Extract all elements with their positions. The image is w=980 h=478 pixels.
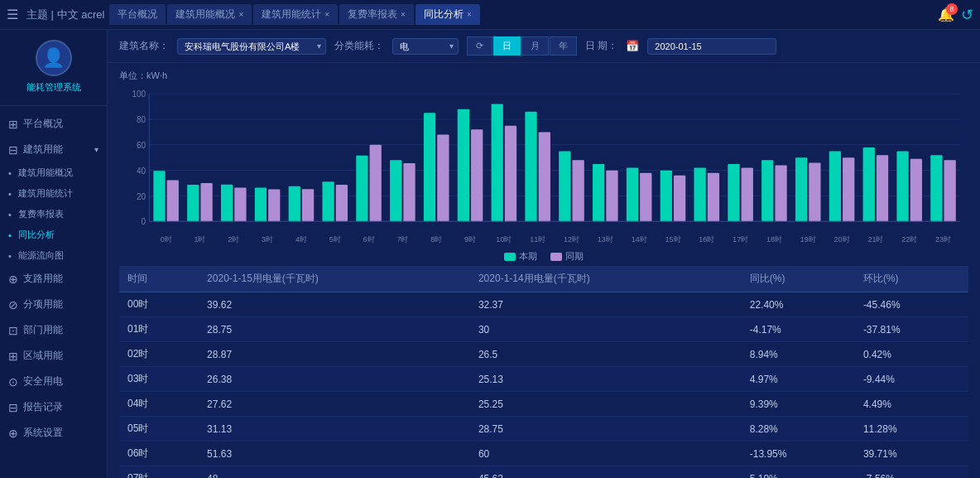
refresh-icon[interactable]: ↺ [961, 6, 973, 24]
svg-rect-48 [559, 152, 570, 222]
table-cell: 30 [470, 317, 742, 342]
sidebar-item[interactable]: ⊙安全用电 [0, 369, 107, 394]
sidebar-sub-item[interactable]: 同比分析 [0, 225, 107, 245]
sidebar-icon: ⊙ [8, 375, 18, 389]
close-tab-icon[interactable]: × [467, 10, 472, 19]
chart-unit: 单位：kW·h [119, 70, 968, 82]
table-row: 04时27.6225.259.39%4.49% [119, 392, 968, 417]
svg-rect-54 [627, 168, 638, 222]
topbar-icons: 🔔 8 ↺ [938, 6, 973, 24]
svg-rect-27 [322, 181, 334, 221]
sidebar-item[interactable]: ⊕支路用能 [0, 266, 107, 292]
svg-text:60: 60 [137, 141, 147, 150]
table-row: 05时31.1328.758.28%11.28% [119, 417, 968, 442]
svg-rect-36 [424, 113, 435, 221]
table-row: 00时39.6232.3722.40%-45.46% [119, 292, 968, 317]
category-select[interactable]: 电 [392, 38, 459, 55]
table-cell: 60 [470, 442, 742, 466]
table-cell: 27.62 [199, 392, 470, 417]
svg-rect-76 [877, 155, 888, 221]
table-cell: 01时 [119, 317, 199, 342]
building-select-wrap: 安科瑞电气股份有限公司A楼 [177, 38, 326, 55]
svg-rect-79 [910, 159, 922, 221]
table-section[interactable]: 时间2020-1-15用电量(千瓦时)2020-1-14用电量(千瓦时)同比(%… [108, 266, 980, 478]
close-tab-icon[interactable]: × [401, 10, 406, 19]
time-period-button[interactable]: 日 [493, 36, 521, 56]
table-cell: 25.25 [470, 392, 742, 417]
svg-rect-16 [200, 183, 212, 221]
topbar-tab[interactable]: 建筑用能统计× [253, 4, 338, 25]
legend-color [504, 253, 516, 261]
date-input[interactable] [647, 38, 776, 55]
svg-text:0: 0 [142, 217, 147, 226]
avatar: 👤 [36, 40, 72, 76]
table-cell: 04时 [119, 392, 199, 417]
table-cell: 28.75 [199, 317, 470, 342]
sidebar-item[interactable]: ⊟建筑用能▾ [0, 137, 107, 162]
calendar-icon: 📅 [626, 40, 639, 52]
svg-text:2时: 2时 [228, 235, 239, 244]
notification-icon[interactable]: 🔔 8 [938, 7, 954, 22]
table-cell: 9.39% [742, 392, 855, 417]
sidebar-sub-item[interactable]: 能源流向图 [0, 245, 107, 266]
sidebar-item[interactable]: ⊕系统设置 [0, 420, 107, 446]
svg-rect-51 [593, 164, 604, 221]
svg-rect-75 [863, 147, 875, 221]
sidebar-item[interactable]: ⊞平台概况 [0, 111, 107, 137]
sidebar-item[interactable]: ⊟报告记录 [0, 394, 107, 420]
table-cell: 05时 [119, 417, 199, 442]
table-cell: 32.37 [470, 292, 742, 317]
topbar-tab[interactable]: 建筑用能概况× [167, 4, 252, 25]
sidebar-item-label: 系统设置 [23, 426, 63, 440]
table-cell: 06时 [119, 442, 199, 466]
svg-text:10时: 10时 [496, 235, 512, 244]
time-period-button[interactable]: ⟳ [467, 36, 492, 56]
svg-rect-31 [370, 145, 382, 221]
sidebar-sub-item[interactable]: 复费率报表 [0, 204, 107, 225]
sidebar-item[interactable]: ⊘分项用能 [0, 292, 107, 317]
topbar-tab[interactable]: 平台概况 [109, 4, 166, 25]
table-row: 01时28.7530-4.17%-37.81% [119, 317, 968, 342]
time-period-button[interactable]: 年 [550, 36, 577, 56]
table-cell: 5.19% [742, 466, 855, 479]
sidebar-item-label: 部门用能 [23, 323, 63, 337]
filter-bar: 建筑名称： 安科瑞电气股份有限公司A楼 分类能耗： 电 ⟳日月年 日 期： 📅 [108, 30, 980, 63]
sidebar-icon: ⊟ [8, 401, 18, 414]
table-cell: 11.28% [855, 417, 968, 442]
topbar-tab[interactable]: 同比分析× [416, 4, 480, 25]
svg-rect-72 [829, 152, 841, 222]
building-select[interactable]: 安科瑞电气股份有限公司A楼 [177, 38, 326, 55]
svg-text:21时: 21时 [867, 235, 883, 244]
sidebar-item[interactable]: ⊡部门用能 [0, 317, 107, 343]
svg-rect-19 [234, 187, 246, 221]
close-tab-icon[interactable]: × [324, 10, 329, 19]
menu-icon[interactable]: ☰ [7, 7, 18, 22]
svg-rect-57 [661, 171, 672, 222]
table-cell: -7.56% [855, 466, 968, 479]
table-cell: 8.94% [742, 342, 855, 367]
table-cell: 39.71% [855, 442, 968, 466]
table-cell: 28.75 [470, 417, 742, 442]
sidebar-item-label: 支路用能 [23, 272, 63, 286]
close-tab-icon[interactable]: × [238, 10, 243, 19]
svg-rect-43 [505, 126, 516, 221]
topbar-tab[interactable]: 复费率报表× [339, 4, 414, 25]
svg-rect-82 [944, 160, 956, 221]
table-cell: 28.87 [199, 342, 470, 367]
data-table: 时间2020-1-15用电量(千瓦时)2020-1-14用电量(千瓦时)同比(%… [119, 266, 968, 478]
time-period-button[interactable]: 月 [521, 36, 549, 56]
sidebar-item[interactable]: ⊞区域用能 [0, 343, 107, 369]
svg-rect-64 [742, 168, 753, 222]
legend-color [550, 253, 562, 261]
sidebar-sub-item[interactable]: 建筑用能统计 [0, 183, 107, 204]
table-column-header: 2020-1-14用电量(千瓦时) [470, 266, 742, 292]
svg-rect-55 [640, 173, 651, 221]
table-cell: 45.63 [470, 466, 742, 479]
table-row: 07时4845.635.19%-7.56% [119, 466, 968, 479]
sidebar-icon: ⊕ [8, 273, 18, 286]
svg-text:22时: 22时 [901, 235, 917, 244]
date-label: 日 期： [585, 39, 617, 53]
sidebar-icon: ⊡ [8, 324, 18, 337]
topbar-title: 主题 | 中文 acrel [26, 7, 104, 22]
sidebar-sub-item[interactable]: 建筑用能概况 [0, 162, 107, 183]
